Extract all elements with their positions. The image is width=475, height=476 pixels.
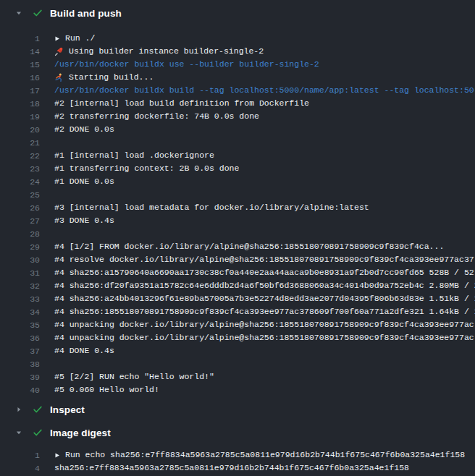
log-text-content: #2 DONE 0.0s (54, 123, 114, 136)
log-line: 23#1 transferring context: 2B 0.0s done (0, 162, 475, 175)
log-line: 20#2 DONE 0.0s (0, 123, 475, 136)
line-number[interactable]: 15 (0, 60, 40, 69)
line-number[interactable]: 26 (0, 203, 40, 213)
log-line: 28 (0, 227, 475, 240)
line-number[interactable]: 33 (0, 294, 40, 304)
check-icon (33, 428, 43, 438)
log-line: 22#1 [internal] load .dockerignore (0, 149, 475, 162)
log-line: 19#2 transferring dockerfile: 74B 0.0s d… (0, 110, 475, 123)
line-number[interactable]: 1 (0, 34, 40, 43)
log-text-content: #5 [2/2] RUN echo "Hello world!" (54, 370, 214, 383)
runner-icon (54, 73, 64, 82)
log-text: Starting build... (54, 71, 154, 84)
line-number[interactable]: 40 (0, 386, 40, 395)
run-toggle-icon[interactable] (54, 35, 60, 42)
chevron-down-icon[interactable] (14, 9, 23, 17)
log-text-content: Run ./ (65, 32, 95, 45)
log-line: 30#4 resolve docker.io/library/alpine@sh… (0, 253, 475, 266)
log-text-content: /usr/bin/docker buildx use --builder bui… (54, 58, 319, 71)
log-text: #4 sha256:df20fa9351a15782c64e6dddb2d4a6… (54, 279, 475, 292)
section-header-build-and-push[interactable]: Build and push (0, 3, 475, 23)
line-number[interactable]: 16 (0, 73, 40, 82)
line-number[interactable]: 4 (0, 464, 40, 473)
log-line: 34#4 sha256:185518070891758909c9f839cf4c… (0, 305, 475, 318)
pin-icon (54, 47, 64, 56)
log-line: 29#4 [1/2] FROM docker.io/library/alpine… (0, 240, 475, 253)
log-text: #4 unpacking docker.io/library/alpine@sh… (54, 318, 474, 331)
log-text-content: #4 unpacking docker.io/library/alpine@sh… (54, 331, 474, 344)
log-lines: 1Run echo sha256:e7ff8834a5963a2785c5a08… (0, 449, 475, 475)
log-line: 1Run ./ (0, 32, 475, 45)
log-text-content: #5 0.060 Hello world! (54, 383, 159, 396)
log-line: 36#4 unpacking docker.io/library/alpine@… (0, 331, 475, 344)
line-number[interactable]: 14 (0, 47, 40, 56)
log-text-content: #4 [1/2] FROM docker.io/library/alpine@s… (54, 240, 444, 253)
log-text-content: Run echo sha256:e7ff8834a5963a2785c5a081… (65, 449, 465, 462)
log-text: #4 DONE 0.4s (54, 344, 114, 357)
line-number[interactable]: 32 (0, 281, 40, 291)
line-number[interactable]: 34 (0, 307, 40, 317)
log-text-content: #2 [internal] load build definition from… (54, 97, 309, 110)
log-command-text: /usr/bin/docker buildx use --builder bui… (54, 58, 319, 71)
section-header-image-digest[interactable]: Image digest (0, 422, 475, 443)
log-lines: 1Run ./14Using builder instance builder-… (0, 32, 475, 396)
line-number[interactable]: 29 (0, 242, 40, 252)
chevron-right-icon[interactable] (14, 406, 23, 413)
log-text-content: #1 transferring context: 2B 0.0s done (54, 162, 239, 175)
log-line: 33#4 sha256:a24bb4013296f61e89ba57005a7b… (0, 292, 475, 305)
line-number[interactable]: 35 (0, 320, 40, 330)
log-text-content: #4 sha256:a24bb4013296f61e89ba57005a7b3e… (54, 292, 475, 305)
log-line: 25 (0, 188, 475, 201)
log-text-content: #4 DONE 0.4s (54, 344, 114, 357)
log-text: #3 DONE 0.4s (54, 214, 114, 227)
log-line: 37#4 DONE 0.4s (0, 344, 475, 357)
log-line: 40#5 0.060 Hello world! (0, 383, 475, 396)
run-toggle-icon[interactable] (54, 452, 60, 459)
line-number[interactable]: 25 (0, 190, 40, 200)
line-number[interactable]: 20 (0, 125, 40, 135)
log-text: #4 resolve docker.io/library/alpine@sha2… (54, 253, 474, 266)
log-line: 31#4 sha256:a15790640a6690aa1730c38cf0a4… (0, 266, 475, 279)
log-text-content: sha256:e7ff8834a5963a2785c5a0811e979d16b… (54, 462, 409, 475)
line-number[interactable]: 30 (0, 255, 40, 265)
line-number[interactable]: 1 (0, 451, 40, 460)
section-header-inspect[interactable]: Inspect (0, 399, 475, 420)
log-text: sha256:e7ff8834a5963a2785c5a0811e979d16b… (54, 462, 409, 475)
log-text-content: #3 DONE 0.4s (54, 214, 114, 227)
line-number[interactable]: 28 (0, 229, 40, 239)
log-text: #2 transferring dockerfile: 74B 0.0s don… (54, 110, 259, 123)
line-number[interactable]: 36 (0, 333, 40, 343)
log-text: #4 sha256:a15790640a6690aa1730c38cf0a440… (54, 266, 474, 279)
log-line: 16Starting build... (0, 71, 475, 84)
line-number[interactable]: 19 (0, 112, 40, 122)
line-number[interactable]: 22 (0, 151, 40, 161)
log-text-content: Starting build... (69, 71, 154, 84)
log-text-content: Using builder instance builder-single-2 (69, 45, 264, 58)
line-number[interactable]: 27 (0, 216, 40, 226)
log-text-content: #1 [internal] load .dockerignore (54, 149, 214, 162)
log-text: Run echo sha256:e7ff8834a5963a2785c5a081… (54, 449, 465, 462)
line-number[interactable]: 24 (0, 177, 40, 187)
log-command-text: /usr/bin/docker buildx build --tag local… (54, 84, 474, 97)
line-number[interactable]: 31 (0, 268, 40, 278)
log-text: #4 [1/2] FROM docker.io/library/alpine@s… (54, 240, 444, 253)
log-text-content: #4 sha256:a15790640a6690aa1730c38cf0a440… (54, 266, 474, 279)
line-number[interactable]: 17 (0, 86, 40, 95)
line-number[interactable]: 39 (0, 373, 40, 382)
log-text: #5 0.060 Hello world! (54, 383, 159, 396)
log-text: #2 DONE 0.0s (54, 123, 114, 136)
log-text: #5 [2/2] RUN echo "Hello world!" (54, 370, 214, 383)
line-number[interactable]: 23 (0, 164, 40, 174)
log-line: 21 (0, 136, 475, 149)
log-text-content: #1 DONE 0.0s (54, 175, 114, 188)
line-number[interactable]: 38 (0, 360, 40, 369)
chevron-down-icon[interactable] (14, 429, 23, 436)
log-text: Run ./ (54, 32, 95, 45)
line-number[interactable]: 37 (0, 347, 40, 356)
log-line: 1Run echo sha256:e7ff8834a5963a2785c5a08… (0, 449, 475, 462)
check-icon (33, 8, 43, 18)
line-number[interactable]: 21 (0, 138, 40, 148)
log-line: 4sha256:e7ff8834a5963a2785c5a0811e979d16… (0, 462, 475, 475)
line-number[interactable]: 18 (0, 99, 40, 109)
log-line: 26#3 [internal] load metadata for docker… (0, 201, 475, 214)
